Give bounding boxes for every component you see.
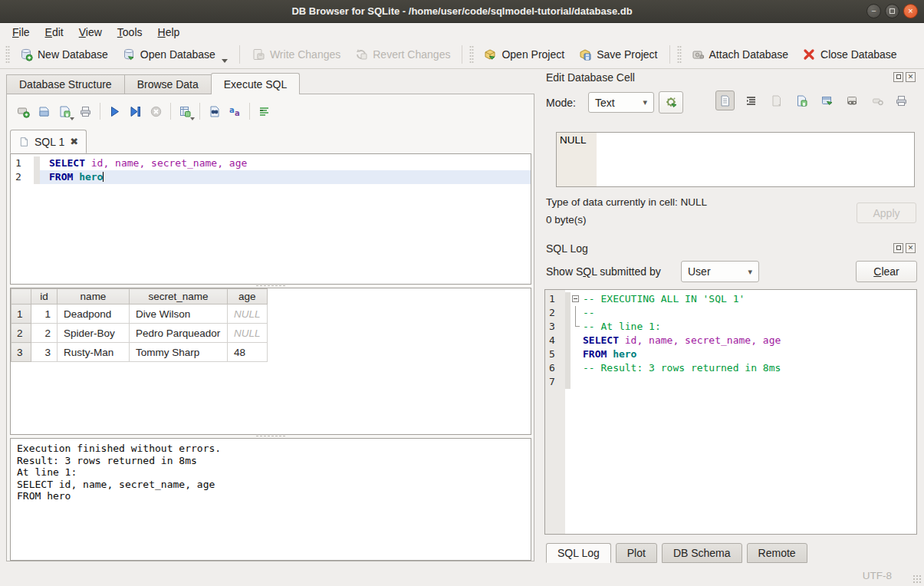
- cell-secret-name[interactable]: Pedro Parqueador: [130, 324, 228, 343]
- execute-sql-page: a a SQL 1 ✖: [6, 94, 534, 561]
- close-panel-icon[interactable]: ✕: [906, 72, 916, 82]
- menu-edit[interactable]: Edit: [38, 25, 71, 40]
- cell-id[interactable]: 1: [31, 305, 58, 324]
- maximize-button[interactable]: [885, 4, 899, 18]
- text-mode-icon-button[interactable]: [715, 91, 735, 110]
- sql-tab-close-icon[interactable]: ✖: [70, 136, 78, 147]
- open-database-dropdown-caret[interactable]: [222, 59, 228, 63]
- resize-grip[interactable]: [912, 574, 922, 584]
- log-line: 7: [545, 375, 916, 389]
- main-toolbar: New Database Open Database Write Changes: [0, 41, 924, 69]
- menu-view[interactable]: View: [71, 25, 110, 40]
- cell-name[interactable]: Spider-Boy: [58, 324, 130, 343]
- export-dropdown-caret[interactable]: [190, 117, 195, 120]
- editor-gutter-strip: [34, 156, 40, 170]
- menu-file[interactable]: File: [5, 25, 38, 40]
- toolbar-handle[interactable]: [5, 45, 10, 64]
- column-header-id[interactable]: id: [31, 289, 58, 305]
- open-sql-file-button[interactable]: [34, 101, 54, 122]
- sql-tab-label: SQL 1: [35, 136, 64, 148]
- print-cell-button[interactable]: [892, 91, 911, 110]
- sql-editor-tab[interactable]: SQL 1 ✖: [10, 130, 87, 153]
- log-line: 1 -- EXECUTING ALL IN 'SQL 1': [545, 292, 916, 306]
- column-header-secret-name[interactable]: secret_name: [130, 289, 228, 305]
- close-panel-icon[interactable]: ✕: [906, 243, 916, 253]
- export-results-button[interactable]: [175, 101, 196, 122]
- corner-header[interactable]: [12, 289, 31, 305]
- new-database-button[interactable]: New Database: [12, 44, 115, 66]
- save-sql-dropdown-caret[interactable]: [70, 117, 74, 120]
- auto-switch-mode-button[interactable]: [659, 91, 683, 114]
- open-project-button[interactable]: Open Project: [476, 44, 571, 66]
- save-project-button[interactable]: Save Project: [571, 44, 664, 66]
- cell-value-editor[interactable]: NULL: [556, 132, 915, 187]
- row-header[interactable]: 3: [12, 343, 31, 362]
- row-header[interactable]: 2: [12, 324, 31, 343]
- encoding-indicator[interactable]: UTF-8: [863, 570, 892, 581]
- dock-tab-plot[interactable]: Plot: [616, 543, 657, 563]
- float-panel-icon[interactable]: [893, 243, 903, 253]
- execute-all-button[interactable]: [104, 101, 125, 122]
- svg-text:a: a: [229, 106, 235, 114]
- minimize-button[interactable]: −: [866, 4, 881, 18]
- link-cell-button[interactable]: [843, 91, 862, 110]
- splitter-handle[interactable]: [255, 435, 286, 437]
- cell-name[interactable]: Deadpond: [58, 305, 130, 324]
- word-wrap-button[interactable]: [254, 101, 275, 122]
- revert-changes-button: Revert Changes: [347, 44, 457, 66]
- log-filter-select[interactable]: User▾: [681, 261, 759, 282]
- column-header-name[interactable]: name: [58, 289, 130, 305]
- open-sql-file-icon: [38, 105, 51, 118]
- splitter-handle[interactable]: [255, 285, 286, 287]
- word-wrap-cell-button[interactable]: [742, 91, 761, 110]
- cell-age[interactable]: 48: [228, 343, 268, 362]
- format-sql-button[interactable]: a a: [225, 101, 245, 122]
- cell-age[interactable]: NULL: [228, 305, 268, 324]
- menu-help[interactable]: Help: [150, 25, 188, 40]
- message-line: SELECT id, name, secret_name, age: [17, 479, 524, 491]
- line-number: 1: [11, 156, 34, 170]
- toolbar-separator: [669, 45, 670, 64]
- title-bar: DB Browser for SQLite - /home/user/code/…: [0, 0, 924, 23]
- menu-tools[interactable]: Tools: [110, 25, 150, 40]
- print-sql-button[interactable]: [75, 101, 96, 122]
- new-sql-tab-button[interactable]: [13, 101, 34, 122]
- cell-name[interactable]: Rusty-Man: [58, 343, 130, 362]
- fold-marker-open[interactable]: [571, 292, 583, 306]
- find-button[interactable]: [204, 101, 225, 122]
- cell-secret-name[interactable]: Tommy Sharp: [130, 343, 228, 362]
- cell-secret-name[interactable]: Dive Wilson: [130, 305, 228, 324]
- link-icon: [846, 94, 859, 107]
- toolbar-handle[interactable]: [677, 45, 682, 64]
- tab-browse-data[interactable]: Browse Data: [124, 74, 211, 94]
- message-line: Result: 3 rows returned in 8ms: [17, 455, 524, 467]
- column-header-age[interactable]: age: [228, 289, 268, 305]
- mode-select[interactable]: Text▾: [588, 92, 654, 113]
- execute-line-button[interactable]: [125, 101, 146, 122]
- row-header[interactable]: 1: [12, 305, 31, 324]
- clear-log-button[interactable]: Clear: [856, 261, 917, 282]
- cell-age[interactable]: NULL: [228, 324, 268, 343]
- tab-database-structure[interactable]: Database Structure: [6, 74, 124, 94]
- dock-tab-remote[interactable]: Remote: [747, 543, 807, 563]
- cell-id[interactable]: 3: [31, 343, 58, 362]
- toolbar-handle[interactable]: [469, 45, 474, 64]
- message-line: At line 1:: [17, 466, 524, 479]
- table-row: 2 2 Spider-Boy Pedro Parqueador NULL: [12, 324, 268, 343]
- tab-execute-sql[interactable]: Execute SQL: [211, 73, 301, 94]
- dock-tab-sql-log[interactable]: SQL Log: [546, 543, 611, 563]
- import-disabled-icon: [770, 94, 783, 107]
- dock-tab-db-schema[interactable]: DB Schema: [662, 543, 742, 563]
- open-database-button[interactable]: Open Database: [115, 44, 235, 66]
- close-database-button[interactable]: Close Database: [795, 44, 904, 66]
- float-panel-icon[interactable]: [893, 72, 903, 82]
- close-button[interactable]: ×: [903, 4, 918, 18]
- results-grid: id name secret_name age 1 1 Deadpond Div…: [10, 288, 531, 435]
- export-cell-data-button[interactable]: [792, 91, 811, 110]
- message-line: Execution finished without errors.: [17, 443, 524, 455]
- attach-database-button[interactable]: Attach Database: [684, 44, 796, 66]
- cell-id[interactable]: 2: [31, 324, 58, 343]
- sql-editor[interactable]: 1 SELECT id, name, secret_name, age 2 FR…: [10, 153, 531, 285]
- open-in-external-button[interactable]: [817, 91, 837, 110]
- save-sql-file-button[interactable]: [54, 101, 75, 122]
